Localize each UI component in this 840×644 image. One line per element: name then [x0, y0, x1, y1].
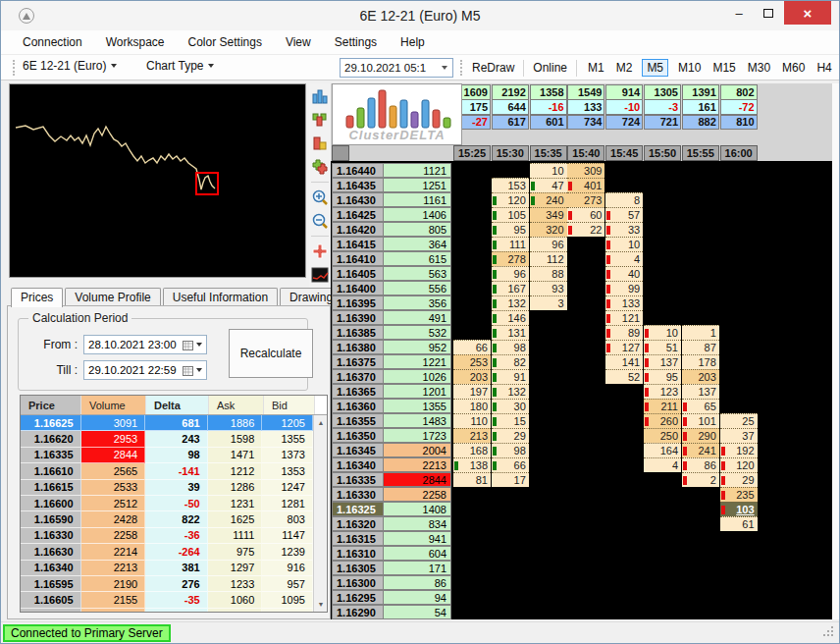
cluster-cell-value: 168 [453, 445, 491, 456]
cluster-cell: 87 [682, 340, 719, 354]
cluster-cell: 51 [644, 340, 681, 354]
close-button[interactable]: × [784, 1, 831, 25]
ask-cell: 1886 [208, 415, 263, 431]
timeframe-m5[interactable]: M5 [642, 59, 668, 77]
timeframe-h4[interactable]: H4 [814, 60, 833, 76]
table-row[interactable]: 1.163302258-3611111147 [21, 528, 313, 544]
timeframe-m60[interactable]: M60 [780, 60, 807, 76]
ladder-price-cell: 1.16365 [332, 384, 384, 399]
cluster-cell: 213 [453, 428, 491, 443]
calendar-icon[interactable] [183, 340, 193, 350]
table-row[interactable]: 1.1659024288221625803 [21, 511, 313, 527]
resize-grip[interactable] [821, 626, 833, 638]
crosshair-icon[interactable] [310, 242, 330, 261]
zoom-out-icon[interactable] [310, 211, 330, 231]
volume-cell: 2844 [81, 448, 146, 463]
bid-cell: 1095 [262, 592, 313, 608]
zoom-in-icon[interactable] [310, 188, 330, 207]
menu-item-color-settings[interactable]: Color Settings [188, 35, 262, 49]
table-row[interactable]: 1.165852097-541002758 [21, 609, 313, 612]
cluster-cell: 197 [453, 384, 491, 399]
till-label: Till : [30, 363, 78, 377]
menu-item-help[interactable]: Help [400, 35, 425, 49]
cluster-cross-icon[interactable] [310, 157, 330, 177]
menu-item-view[interactable]: View [286, 35, 311, 49]
cluster-cell-value: 96 [530, 239, 567, 250]
chart-type-dropdown[interactable]: Chart Type [146, 59, 214, 73]
from-date-value: 28.10.2021 23:00 [88, 339, 177, 350]
ladder-price-cell: 1.16310 [332, 546, 384, 561]
separator [576, 60, 577, 77]
table-row[interactable]: 1.1633528449814711373 [21, 448, 313, 463]
maximize-button[interactable] [755, 1, 782, 25]
volume-cell: 2533 [81, 480, 146, 496]
cluster-cell: 127 [605, 340, 643, 354]
cluster-cell: 89 [605, 325, 643, 340]
timeframe-m15[interactable]: M15 [710, 60, 737, 76]
tab-prices[interactable]: Prices [11, 288, 63, 307]
table-row[interactable]: 1.16620295324315981355 [21, 431, 313, 447]
table-row[interactable]: 1.166002512-5012311281 [21, 496, 313, 511]
instrument-dropdown[interactable]: 6E 12-21 (Euro) [23, 59, 117, 73]
volume-cell: 2428 [81, 511, 146, 527]
cluster-cell-value: 146 [497, 312, 529, 324]
timeframe-m30[interactable]: M30 [746, 60, 772, 76]
till-date-input[interactable]: 29.10.2021 22:59 [83, 360, 207, 380]
scroll-down-button[interactable]: ▼ [314, 597, 328, 612]
volume-cell: 2953 [81, 431, 146, 447]
table-row[interactable]: 1.166102565-14112121353 [21, 463, 313, 479]
cluster-cell-value: 17 [492, 474, 529, 486]
calendar-icon[interactable] [183, 365, 193, 376]
volume-bars-icon[interactable] [310, 134, 330, 153]
bid-cell: 1247 [262, 480, 313, 496]
chart-histogram-icon[interactable] [310, 86, 330, 106]
redraw-button[interactable]: ReDraw [472, 61, 514, 75]
tab-bar: PricesVolume ProfileUseful InformationDr… [11, 288, 342, 306]
ladder-volume-cell: 2004 [384, 443, 451, 457]
menu-item-connection[interactable]: Connection [23, 35, 82, 49]
from-date-input[interactable]: 28.10.2021 23:00 [83, 335, 207, 354]
online-button[interactable]: Online [533, 61, 567, 75]
ladder-price-cell: 1.16355 [332, 413, 384, 428]
table-row[interactable]: 1.1634022133811297916 [21, 561, 313, 576]
ladder-volume-cell: 563 [384, 266, 451, 281]
delta-cell: 243 [145, 431, 208, 447]
cluster-cell-value: 47 [535, 180, 567, 191]
till-date-value: 29.10.2021 22:59 [88, 364, 177, 376]
mini-chart-icon[interactable] [310, 265, 330, 285]
ladder-price-cell: 1.16350 [332, 428, 384, 443]
recalculate-button[interactable]: Recalculate [229, 329, 313, 378]
timeframe-m10[interactable]: M10 [676, 60, 703, 76]
tab-volume-profile[interactable]: Volume Profile [65, 288, 160, 306]
delta-cell: 681 [145, 415, 208, 431]
table-row[interactable]: 1.1661525333912861247 [21, 480, 313, 496]
cluster-cell: 120 [492, 192, 529, 207]
dropdown-arrow-icon[interactable] [196, 343, 202, 347]
cluster-cell: 91 [492, 369, 529, 384]
volume-cell: 2097 [81, 609, 146, 612]
cluster-cell: 137 [644, 354, 681, 369]
ladder-price-cell: 1.16395 [332, 295, 384, 310]
ladder-price-cell: 1.16320 [332, 516, 384, 531]
cluster-cell-value: 153 [492, 180, 529, 191]
dropdown-arrow-icon[interactable] [196, 368, 202, 372]
menu-item-settings[interactable]: Settings [335, 35, 377, 49]
delta-profile-icon[interactable] [310, 110, 330, 130]
timeframe-m2[interactable]: M2 [614, 60, 635, 76]
cluster-cell-value: 86 [687, 459, 719, 471]
prices-table: PriceVolumeDeltaAskBid 1.166253091681188… [20, 395, 328, 613]
table-row[interactable]: 1.16625309168118861205 [21, 415, 313, 431]
minimize-button[interactable]: – [725, 1, 753, 25]
table-row[interactable]: 1.166052155-3510601095 [21, 592, 313, 608]
cluster-cell-value: 167 [497, 283, 529, 295]
scroll-up-button[interactable]: ▲ [314, 415, 328, 430]
timeframe-m1[interactable]: M1 [586, 60, 606, 76]
ladder-price-cell: 1.16300 [332, 575, 384, 590]
table-scrollbar[interactable]: ▲ ▼ [313, 415, 327, 612]
table-row[interactable]: 1.1659521902761233957 [21, 576, 313, 592]
table-row[interactable]: 1.166302214-2649751239 [21, 544, 313, 560]
datetime-picker[interactable]: 29.10.2021 05:1 [340, 58, 453, 78]
menu-item-workspace[interactable]: Workspace [106, 35, 165, 49]
cluster-cell: 133 [605, 295, 643, 310]
tab-useful-information[interactable]: Useful Information [163, 288, 278, 306]
